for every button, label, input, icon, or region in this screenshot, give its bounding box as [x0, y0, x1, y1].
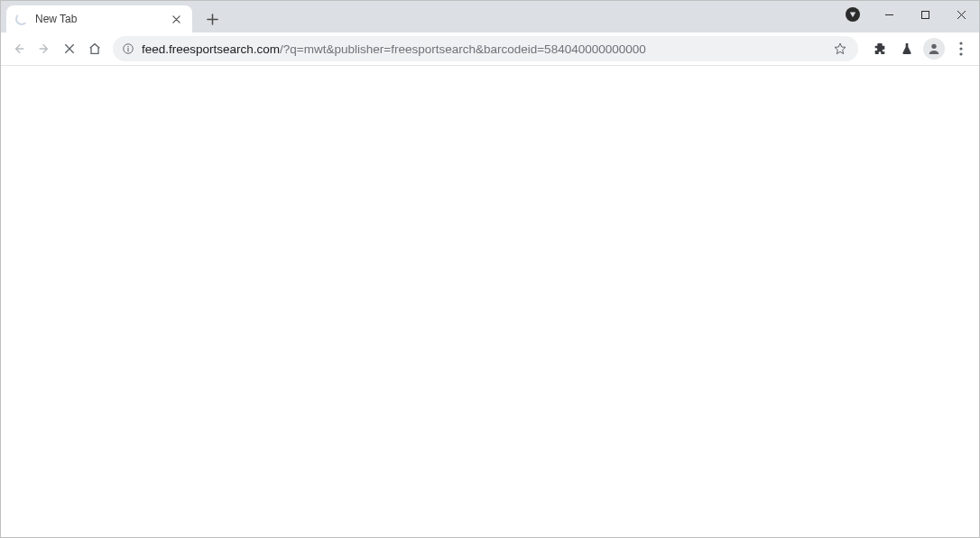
svg-point-5 — [959, 47, 962, 50]
window-maximize-button[interactable] — [907, 1, 943, 28]
loading-spinner-icon — [15, 13, 28, 25]
arrow-right-icon — [37, 42, 51, 56]
address-bar[interactable]: feed.freesportsearch.com/?q=mwt&publishe… — [113, 36, 858, 61]
window-close-button[interactable] — [943, 1, 979, 28]
home-button[interactable] — [82, 36, 107, 61]
stop-reload-button[interactable] — [57, 36, 82, 61]
tab-title: New Tab — [35, 13, 169, 25]
maximize-icon — [920, 10, 930, 20]
person-icon — [927, 42, 941, 56]
avatar — [923, 38, 945, 60]
window-controls — [846, 1, 979, 28]
menu-button[interactable] — [948, 36, 974, 61]
close-icon — [957, 10, 966, 20]
svg-point-4 — [959, 42, 962, 44]
forward-button[interactable] — [32, 36, 57, 61]
svg-point-3 — [931, 44, 936, 49]
url-path: /?q=mwt&publisher=freesportsearch&barcod… — [280, 42, 646, 56]
home-icon — [88, 42, 102, 56]
bookmark-button[interactable] — [831, 40, 849, 58]
toolbar-right — [867, 36, 974, 61]
close-icon — [172, 15, 180, 23]
labs-button[interactable] — [894, 36, 920, 61]
page-content — [1, 66, 979, 537]
tab-strip: New Tab — [1, 1, 979, 32]
svg-rect-0 — [921, 11, 929, 18]
browser-tab[interactable]: New Tab — [6, 5, 192, 32]
url-text[interactable]: feed.freesportsearch.com/?q=mwt&publishe… — [142, 42, 831, 56]
svg-point-6 — [959, 52, 962, 55]
browser-toolbar: feed.freesportsearch.com/?q=mwt&publishe… — [1, 32, 979, 66]
puzzle-icon — [873, 42, 887, 56]
url-host: feed.freesportsearch.com — [142, 42, 280, 56]
plus-icon — [207, 14, 218, 25]
profile-button[interactable] — [921, 36, 947, 61]
info-icon — [122, 42, 134, 55]
update-badge-icon[interactable] — [846, 7, 860, 22]
svg-point-2 — [127, 46, 128, 47]
site-info-button[interactable] — [120, 41, 136, 57]
back-button[interactable] — [6, 36, 32, 61]
flask-icon — [900, 42, 914, 56]
kebab-icon — [959, 42, 963, 56]
star-icon — [833, 42, 847, 56]
new-tab-button[interactable] — [199, 6, 225, 32]
window-minimize-button[interactable] — [871, 1, 907, 28]
tab-close-button[interactable] — [169, 12, 183, 26]
arrow-left-icon — [12, 42, 26, 56]
close-icon — [62, 42, 77, 56]
minimize-icon — [884, 10, 894, 20]
extensions-button[interactable] — [867, 36, 892, 61]
